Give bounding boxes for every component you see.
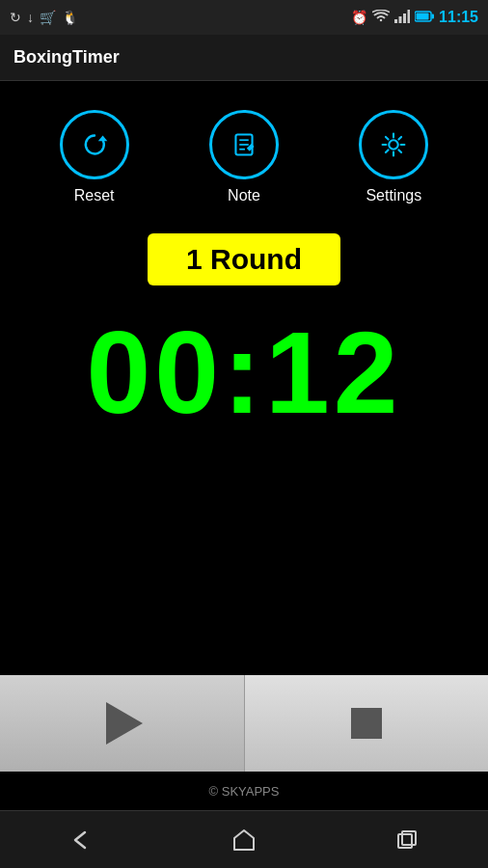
svg-rect-1 (399, 16, 402, 23)
app-bar: BoxingTimer (0, 35, 488, 81)
settings-action[interactable]: Settings (359, 110, 428, 204)
status-time: 11:15 (439, 9, 478, 26)
status-icons-right: ⏰ 11:15 (351, 9, 478, 26)
reset-action[interactable]: Reset (60, 110, 129, 204)
recents-icon (394, 828, 420, 852)
signal-icon (394, 10, 410, 26)
status-bar: ↻ ↓ 🛒 🐧 ⏰ (0, 0, 488, 35)
android-icon: 🐧 (62, 10, 78, 25)
alarm-icon: ⏰ (351, 10, 367, 25)
note-action[interactable]: Note (209, 110, 279, 204)
shopping-icon: 🛒 (40, 10, 56, 25)
nav-bar (0, 810, 488, 868)
play-button[interactable] (0, 675, 245, 772)
home-icon (231, 828, 257, 852)
svg-rect-0 (394, 19, 397, 23)
footer: © SKYAPPS (0, 772, 488, 810)
app-title: BoxingTimer (14, 47, 120, 68)
svg-rect-2 (403, 14, 406, 23)
reset-label: Reset (74, 187, 115, 204)
svg-point-13 (390, 140, 399, 149)
status-icons-left: ↻ ↓ 🛒 🐧 (10, 10, 78, 25)
actions-row: Reset Note Sett (0, 81, 488, 224)
stop-icon (351, 708, 382, 739)
svg-marker-8 (97, 136, 107, 142)
play-icon (106, 702, 143, 745)
wifi-icon (372, 10, 390, 26)
svg-rect-5 (432, 14, 435, 19)
back-icon (68, 828, 95, 852)
timer-display: 00:12 (87, 314, 402, 430)
svg-rect-6 (417, 14, 429, 20)
svg-rect-3 (408, 10, 411, 23)
note-circle (209, 110, 279, 179)
round-badge: 1 Round (148, 233, 340, 285)
reset-circle (60, 110, 129, 179)
download-icon: ↓ (27, 10, 34, 25)
reset-icon (76, 126, 113, 163)
note-label: Note (228, 187, 260, 204)
battery-icon (415, 10, 434, 25)
recents-button[interactable] (378, 821, 436, 859)
sync-icon: ↻ (10, 10, 21, 25)
main-content: Reset Note Sett (0, 81, 488, 675)
home-button[interactable] (215, 821, 273, 859)
round-text: 1 Round (186, 243, 302, 275)
back-button[interactable] (52, 821, 110, 859)
settings-icon (375, 126, 412, 163)
settings-circle (359, 110, 428, 179)
controls-bar (0, 675, 488, 772)
settings-label: Settings (366, 187, 421, 204)
footer-copyright: © SKYAPPS (209, 784, 280, 799)
note-icon (226, 126, 262, 163)
stop-button[interactable] (245, 675, 489, 772)
